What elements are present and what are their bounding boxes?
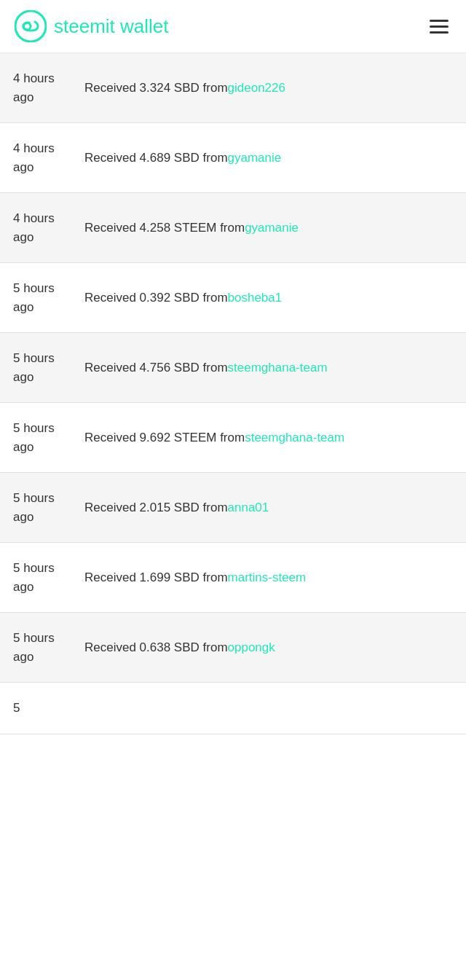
transaction-detail [73, 683, 466, 734]
transaction-detail: Received 4.258 STEEM from gyamanie [73, 193, 466, 262]
transaction-detail: Received 4.689 SBD from gyamanie [73, 123, 466, 192]
logo-text: steemit wallet [54, 15, 169, 38]
transaction-row: 4 hours agoReceived 4.258 STEEM from gya… [0, 193, 466, 263]
steemit-logo-icon [15, 10, 47, 42]
sender-link[interactable]: martins-steem [228, 571, 307, 585]
transaction-row: 5 hours agoReceived 0.392 SBD from boshe… [0, 263, 466, 333]
transaction-row: 5 hours agoReceived 1.699 SBD from marti… [0, 543, 466, 613]
transaction-description: Received 4.756 SBD from [84, 361, 228, 375]
transaction-row: 5 hours agoReceived 4.756 SBD from steem… [0, 333, 466, 403]
sender-link[interactable]: steemghana-team [245, 431, 344, 445]
transaction-detail: Received 1.699 SBD from martins-steem [73, 543, 466, 612]
transaction-time: 5 hours ago [0, 473, 73, 542]
transaction-detail: Received 0.638 SBD from oppongk [73, 613, 466, 682]
transaction-time: 4 hours ago [0, 53, 73, 122]
transaction-description: Received 0.392 SBD from [84, 291, 228, 305]
transaction-description: Received 1.699 SBD from [84, 571, 228, 585]
transaction-row: 5 hours agoReceived 9.692 STEEM from ste… [0, 403, 466, 473]
transaction-row: 5 hours agoReceived 0.638 SBD from oppon… [0, 613, 466, 683]
transaction-row: 5 hours agoReceived 2.015 SBD from anna0… [0, 473, 466, 543]
transaction-time: 5 [0, 683, 73, 734]
sender-link[interactable]: gideon226 [228, 81, 285, 95]
sender-link[interactable]: anna01 [228, 501, 269, 515]
transaction-description: Received 2.015 SBD from [84, 501, 228, 515]
sender-link[interactable]: oppongk [228, 640, 275, 655]
sender-link[interactable]: gyamanie [245, 221, 299, 235]
transaction-time: 4 hours ago [0, 123, 73, 192]
hamburger-menu-button[interactable] [427, 17, 451, 36]
transaction-detail: Received 4.756 SBD from steemghana-team [73, 333, 466, 402]
transaction-time: 4 hours ago [0, 193, 73, 262]
sender-link[interactable]: gyamanie [228, 151, 282, 165]
transaction-time: 5 hours ago [0, 543, 73, 612]
svg-point-1 [23, 23, 31, 30]
transaction-row: 4 hours agoReceived 3.324 SBD from gideo… [0, 53, 466, 123]
transaction-description: Received 4.258 STEEM from [84, 221, 245, 235]
transaction-description: Received 0.638 SBD from [84, 640, 228, 655]
transaction-row: 4 hours agoReceived 4.689 SBD from gyama… [0, 123, 466, 193]
transaction-time: 5 hours ago [0, 613, 73, 682]
transaction-description: Received 3.324 SBD from [84, 81, 228, 95]
transaction-list: 4 hours agoReceived 3.324 SBD from gideo… [0, 53, 466, 734]
transaction-description: Received 4.689 SBD from [84, 151, 228, 165]
transaction-description: Received 9.692 STEEM from [84, 431, 245, 445]
transaction-time: 5 hours ago [0, 263, 73, 332]
logo-area: steemit wallet [15, 10, 169, 42]
transaction-detail: Received 0.392 SBD from bosheba1 [73, 263, 466, 332]
transaction-detail: Received 9.692 STEEM from steemghana-tea… [73, 403, 466, 472]
app-header: steemit wallet [0, 0, 466, 53]
transaction-row: 5 [0, 683, 466, 734]
sender-link[interactable]: steemghana-team [228, 361, 328, 375]
sender-link[interactable]: bosheba1 [228, 291, 283, 305]
transaction-detail: Received 2.015 SBD from anna01 [73, 473, 466, 542]
transaction-time: 5 hours ago [0, 333, 73, 402]
transaction-time: 5 hours ago [0, 403, 73, 472]
transaction-detail: Received 3.324 SBD from gideon226 [73, 53, 466, 122]
